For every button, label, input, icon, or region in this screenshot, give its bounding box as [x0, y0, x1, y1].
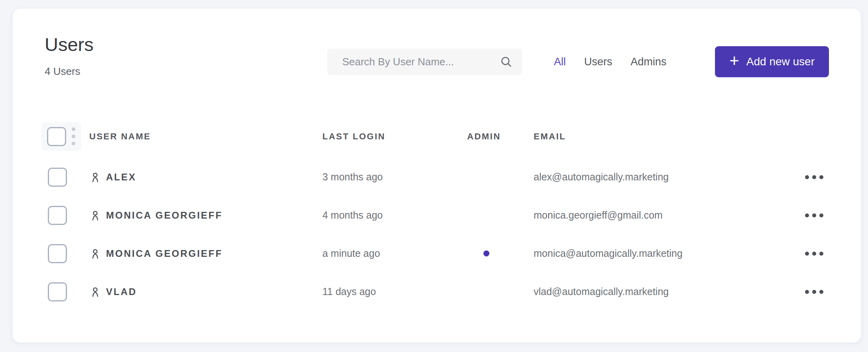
- person-icon: [89, 248, 101, 260]
- last-login: a minute ago: [322, 248, 380, 259]
- table-header: USER NAME LAST LOGIN ADMIN EMAIL: [45, 122, 829, 151]
- search-icon[interactable]: [500, 55, 513, 68]
- table-row: MONICA GEORGIEFF a minute ago monica@aut…: [45, 235, 829, 273]
- kebab-menu-icon[interactable]: [70, 126, 77, 147]
- person-icon: [89, 286, 101, 298]
- tab-users[interactable]: Users: [584, 56, 613, 68]
- user-name: MONICA GEORGIEFF: [106, 248, 222, 259]
- table-body: ALEX 3 months ago alex@automagically.mar…: [45, 158, 829, 311]
- plus-icon: +: [729, 53, 739, 69]
- tab-all[interactable]: All: [554, 56, 566, 68]
- tab-admins[interactable]: Admins: [630, 56, 666, 68]
- user-name: VLAD: [106, 286, 137, 297]
- select-all-wrap: [41, 122, 81, 151]
- add-user-label: Add new user: [746, 55, 815, 68]
- header-select-cell: [45, 122, 82, 151]
- table-row: ALEX 3 months ago alex@automagically.mar…: [45, 158, 829, 196]
- person-icon: [89, 209, 101, 221]
- search-input[interactable]: [342, 55, 500, 68]
- admin-indicator-dot: [483, 250, 489, 256]
- user-email: monica.georgieff@gmail.com: [534, 209, 663, 221]
- person-icon: [89, 171, 101, 183]
- row-actions-icon[interactable]: [803, 172, 825, 182]
- row-checkbox[interactable]: [48, 244, 67, 263]
- row-actions-icon[interactable]: [803, 287, 825, 297]
- add-user-button[interactable]: + Add new user: [715, 46, 829, 77]
- header-admin: ADMIN: [467, 131, 534, 142]
- table-row: VLAD 11 days ago vlad@automagically.mark…: [45, 273, 829, 311]
- filter-tabs: All Users Admins: [554, 56, 667, 68]
- row-actions-icon[interactable]: [803, 210, 825, 221]
- header-last-login: LAST LOGIN: [322, 131, 467, 142]
- last-login: 11 days ago: [322, 286, 376, 297]
- row-checkbox[interactable]: [48, 168, 67, 187]
- row-actions-icon[interactable]: [803, 248, 825, 259]
- title-block: Users 4 Users: [45, 34, 164, 78]
- row-checkbox[interactable]: [48, 282, 67, 301]
- user-email: monica@automagically.marketing: [534, 248, 683, 259]
- select-all-checkbox[interactable]: [47, 127, 66, 146]
- user-email: vlad@automagically.marketing: [534, 286, 669, 297]
- users-panel: Users 4 Users All Users Admins +: [13, 9, 861, 342]
- user-name: MONICA GEORGIEFF: [106, 210, 222, 221]
- header-user-name: USER NAME: [82, 131, 322, 142]
- users-table: USER NAME LAST LOGIN ADMIN EMAIL ALEX 3 …: [45, 122, 829, 311]
- search-box[interactable]: [327, 49, 522, 75]
- user-name: ALEX: [106, 172, 136, 183]
- last-login: 4 months ago: [322, 209, 383, 221]
- user-count: 4 Users: [45, 65, 164, 78]
- page-title: Users: [45, 34, 164, 55]
- last-login: 3 months ago: [322, 171, 383, 182]
- table-row: MONICA GEORGIEFF 4 months ago monica.geo…: [45, 196, 829, 235]
- user-email: alex@automagically.marketing: [534, 171, 669, 182]
- topbar: Users 4 Users All Users Admins +: [45, 34, 829, 78]
- header-email: EMAIL: [534, 131, 774, 142]
- header-controls: All Users Admins + Add new user: [327, 46, 829, 77]
- row-checkbox[interactable]: [48, 206, 67, 225]
